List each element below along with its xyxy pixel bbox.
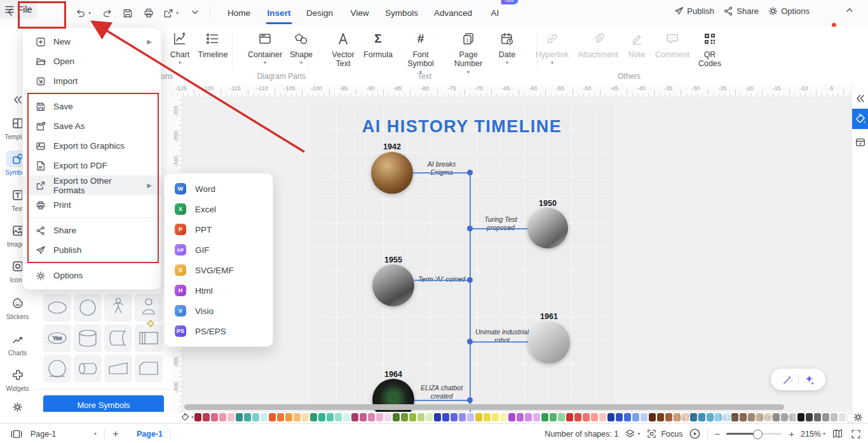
palette-swatch[interactable]	[343, 413, 350, 421]
submenu-item-word[interactable]: WWord	[165, 179, 273, 199]
shape-trapezoid[interactable]	[104, 355, 132, 383]
pan-map-icon[interactable]	[832, 428, 844, 439]
shape-ellipse[interactable]	[43, 294, 71, 322]
palette-swatch[interactable]	[632, 413, 639, 421]
tab-insert[interactable]: Insert	[265, 0, 294, 25]
attachment-button[interactable]: Attachment	[578, 32, 618, 59]
layers-button[interactable]: ▾	[625, 428, 640, 439]
palette-swatch[interactable]	[541, 413, 548, 421]
palette-swatch[interactable]	[550, 413, 557, 421]
tab-ai[interactable]: AIhot	[489, 0, 502, 25]
palette-swatch[interactable]	[599, 413, 606, 421]
submenu-item-ppt[interactable]: PPPT	[165, 219, 273, 240]
menu-item-share[interactable]: Share	[23, 221, 161, 240]
palette-swatch[interactable]	[261, 413, 268, 421]
palette-swatch[interactable]	[822, 413, 829, 421]
sidebar-item-charts[interactable]: Charts	[0, 331, 35, 357]
event-photo-1961[interactable]	[528, 322, 570, 364]
palette-swatch[interactable]	[227, 413, 234, 421]
play-presentation-icon[interactable]	[689, 428, 701, 440]
palette-swatch[interactable]	[351, 413, 358, 421]
focus-button[interactable]: Focus	[646, 428, 682, 439]
vector-text-button[interactable]: Vector Text	[329, 32, 357, 69]
sparkles-icon[interactable]	[803, 374, 815, 386]
shape-circle[interactable]	[74, 294, 102, 322]
export-quick-button[interactable]: ▾	[163, 8, 179, 19]
shape-actor[interactable]	[135, 294, 163, 322]
palette-swatch[interactable]	[368, 413, 375, 421]
menu-item-options[interactable]: Options	[23, 266, 161, 285]
palette-swatch[interactable]	[484, 413, 491, 421]
fill-style-button[interactable]	[852, 109, 868, 129]
palette-swatch[interactable]	[459, 413, 466, 421]
menu-item-save[interactable]: Save	[23, 97, 161, 116]
submenu-item-visio[interactable]: VVisio	[165, 301, 273, 321]
palette-swatch[interactable]	[641, 413, 648, 421]
event-photo-1955[interactable]	[372, 264, 414, 306]
container-button[interactable]: Container▾	[248, 32, 282, 65]
hyperlink-button[interactable]: Hyperlink▾	[536, 32, 569, 65]
redo-button[interactable]	[102, 8, 113, 19]
zoom-slider-knob[interactable]	[753, 430, 763, 439]
palette-swatch[interactable]	[211, 413, 218, 421]
palette-swatch[interactable]	[360, 413, 367, 421]
page-tab[interactable]: Page-1	[137, 430, 163, 439]
palette-swatch[interactable]	[318, 413, 325, 421]
palette-settings-button[interactable]	[853, 412, 864, 423]
palette-swatch[interactable]	[475, 413, 482, 421]
palette-swatch[interactable]	[806, 413, 813, 421]
palette-swatch[interactable]	[310, 413, 317, 421]
palette-swatch[interactable]	[401, 413, 408, 421]
palette-swatch[interactable]	[219, 413, 226, 421]
horizontal-scrollbar[interactable]	[184, 404, 784, 410]
palette-swatch[interactable]	[327, 413, 334, 421]
palette-swatch[interactable]	[797, 413, 804, 421]
palette-swatch[interactable]	[814, 413, 821, 421]
menu-item-publish[interactable]: Publish	[23, 240, 161, 260]
comment-button[interactable]: Comment	[655, 32, 689, 59]
palette-swatch[interactable]	[277, 413, 284, 421]
palette-swatch[interactable]	[434, 413, 441, 421]
page-selector[interactable]: Page-1	[31, 430, 64, 439]
palette-swatch[interactable]	[566, 413, 573, 421]
palette-swatch[interactable]	[574, 413, 581, 421]
submenu-item-ps-eps[interactable]: PSPS/EPS	[165, 321, 273, 341]
menu-item-import[interactable]: Import	[23, 71, 161, 91]
palette-swatch[interactable]	[426, 413, 433, 421]
zoom-slider[interactable]	[726, 433, 782, 435]
palette-swatch[interactable]	[252, 413, 259, 421]
back-button[interactable]	[5, 7, 15, 17]
tab-design[interactable]: Design	[304, 0, 336, 25]
zoom-in-button[interactable]: +	[789, 428, 794, 439]
publish-button[interactable]: Publish	[674, 6, 714, 17]
palette-swatch[interactable]	[285, 413, 292, 421]
menu-item-save-as[interactable]: Save As	[23, 116, 161, 136]
menu-item-print[interactable]: Print	[23, 195, 161, 215]
palette-swatch[interactable]	[467, 413, 474, 421]
page-number-button[interactable]: 1 Page Number▾	[451, 32, 485, 75]
palette-swatch[interactable]	[335, 413, 342, 421]
palette-swatch[interactable]	[451, 413, 458, 421]
shape-button[interactable]: Shape▾	[290, 32, 313, 65]
palette-swatch[interactable]	[376, 413, 383, 421]
slideshow-icon[interactable]	[10, 428, 23, 440]
shape-predefined-process[interactable]	[135, 324, 163, 352]
shape-person[interactable]	[104, 294, 132, 322]
palette-swatch[interactable]	[624, 413, 631, 421]
palette-swatch[interactable]	[203, 413, 210, 421]
palette-swatch[interactable]	[384, 413, 391, 421]
export-caret[interactable]: ▾	[176, 11, 179, 16]
fit-screen-icon[interactable]	[850, 428, 862, 440]
palette-swatch[interactable]	[236, 413, 243, 421]
undo-caret[interactable]: ▾	[88, 11, 91, 16]
palette-swatch[interactable]	[657, 413, 664, 421]
palette-swatch[interactable]	[616, 413, 623, 421]
page-selector-caret[interactable]: ▾	[94, 432, 97, 437]
palette-swatch[interactable]	[417, 413, 424, 421]
menu-item-export-other-formats[interactable]: Export to Other Formats▶	[23, 175, 161, 195]
palette-swatch[interactable]	[442, 413, 449, 421]
sidebar-item-stickers[interactable]: Stickers	[0, 295, 35, 320]
shape-cylinder[interactable]	[74, 324, 102, 352]
magic-wand-icon[interactable]	[782, 374, 794, 386]
palette-swatch[interactable]	[194, 413, 201, 421]
